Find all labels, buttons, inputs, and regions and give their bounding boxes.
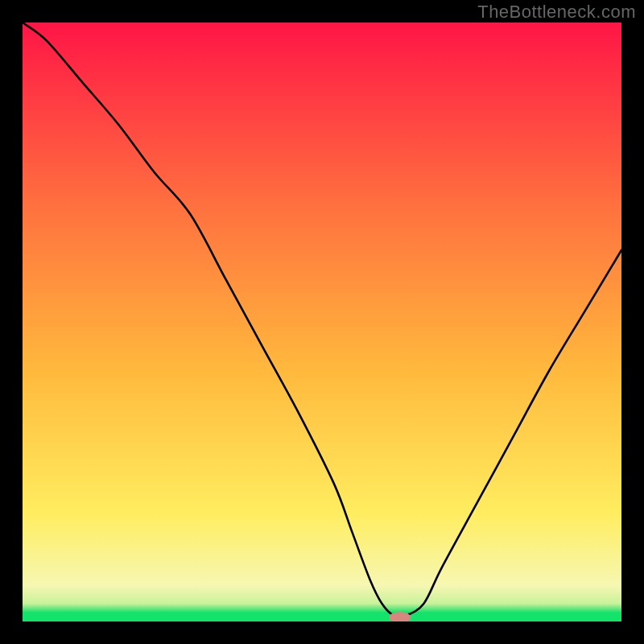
plot-area [23,23,621,621]
gradient-background [23,23,621,621]
chart-svg [23,23,621,621]
watermark-text: TheBottleneck.com [477,2,636,23]
chart-frame: TheBottleneck.com [0,0,644,644]
